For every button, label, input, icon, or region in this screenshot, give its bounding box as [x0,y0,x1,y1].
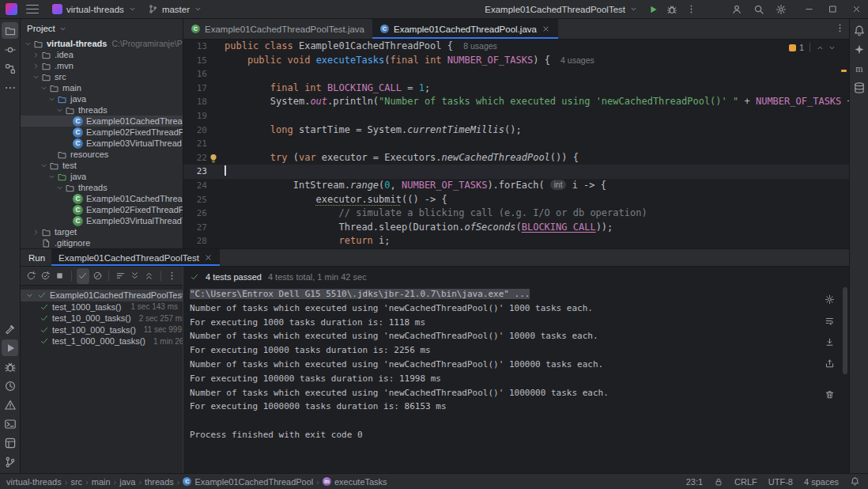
chevron-down-icon[interactable] [40,84,48,93]
terminal-tool-button[interactable] [2,415,18,432]
run-config-selector[interactable]: Example01CachedThreadPoolTest [479,3,643,16]
close-icon[interactable] [542,25,550,33]
intention-bulb-icon[interactable] [207,152,220,165]
services-tool-button[interactable] [2,434,18,451]
stop-button[interactable] [54,268,66,284]
structure-tool-button[interactable] [2,60,18,77]
line-number[interactable]: 23 [183,165,207,179]
chevron-down-icon[interactable] [47,172,56,181]
tree-item[interactable]: .gitignore [21,237,183,248]
settings-button[interactable] [772,1,791,18]
tree-item[interactable]: CExample03VirtualThread [21,138,183,149]
line-number[interactable]: 17 [183,82,207,96]
tree-item[interactable]: java [21,171,183,182]
tree-item[interactable]: java [21,93,183,104]
line-number[interactable]: 19 [183,109,207,123]
rerun-tests-button[interactable] [25,268,37,284]
test-tree-item[interactable]: test_100_000_tasks()11 sec 999 ms [21,324,183,336]
chevron-down-icon[interactable] [40,161,48,170]
more-run-actions-button[interactable] [681,1,700,18]
tree-item[interactable]: CExample03VirtualThreadTest [21,215,183,226]
editor-gutter[interactable]: 25 [183,193,220,207]
tree-item[interactable]: virtual-threadsC:\Programiranje\Primeri-… [21,38,183,49]
code-area[interactable]: 13public class Example01CachedThreadPool… [183,40,849,248]
chevron-down-icon[interactable] [47,95,56,104]
project-widget[interactable]: virtual-threads [47,2,142,16]
chevron-down-icon[interactable] [32,73,40,82]
editor-gutter[interactable]: 26 [183,207,220,221]
inspections-widget[interactable]: 1 [789,43,836,52]
tree-item[interactable]: CExample01CachedThreadPoolTest [21,193,183,204]
commit-tool-button[interactable] [2,41,18,58]
line-number[interactable]: 27 [183,221,207,235]
minimize-button[interactable] [797,0,821,19]
indent-style[interactable]: 4 spaces [804,477,839,487]
project-tool-button[interactable] [2,22,18,39]
console-scrollbar[interactable] [843,287,847,374]
code-with-me-button[interactable] [727,1,746,18]
tree-item[interactable]: main [21,82,183,93]
tree-item[interactable]: .idea [21,49,183,60]
editor-gutter[interactable]: 13 [183,40,220,54]
chevron-down-icon[interactable] [58,25,67,33]
main-menu-button[interactable] [26,5,39,14]
line-number[interactable]: 21 [183,137,207,151]
tree-item[interactable]: CExample02FixedThreadPoolTest [21,204,183,215]
maximize-button[interactable] [821,0,844,19]
chevron-down-icon[interactable] [24,40,32,48]
run-tool-button[interactable] [2,339,18,356]
test-tree-item[interactable]: Example01CachedThreadPoolTest1 min 42 se… [21,290,183,301]
run-button[interactable] [643,1,662,18]
database-tool-button[interactable] [851,79,867,96]
caret-position[interactable]: 23:1 [686,477,703,487]
line-number[interactable]: 15 [183,54,207,68]
debug-button[interactable] [662,1,681,18]
editor-gutter[interactable]: 27 [183,221,220,235]
line-number[interactable]: 18 [183,95,207,109]
tree-item[interactable]: resources [21,149,183,160]
breadcrumb-item[interactable]: virtual-threads [6,477,62,487]
breadcrumb-item[interactable]: CExample01CachedThreadPool [183,477,313,487]
tree-item[interactable]: CExample02FixedThreadPool [21,127,183,138]
problems-tool-button[interactable] [2,396,18,413]
notifications-button[interactable] [851,22,867,39]
collapse-all-button[interactable] [143,268,156,284]
test-tree-item[interactable]: test_1_000_000_tasks()1 min 26 sec [21,335,183,347]
editor-gutter[interactable]: 28 [183,234,220,248]
file-encoding[interactable]: UTF-8 [768,477,793,487]
chevron-right-icon[interactable] [32,51,40,59]
tab-options-button[interactable] [830,19,849,36]
breadcrumb-item[interactable]: java [119,477,135,487]
show-ignored-button[interactable] [91,268,104,284]
profiler-tool-button[interactable] [2,377,18,394]
test-tree-item[interactable]: test_10_000_tasks()2 sec 257 ms [21,313,183,324]
tree-item[interactable]: threads [21,104,183,116]
editor-gutter[interactable]: 22 [183,151,220,165]
rerun-failed-tests-button[interactable] [39,268,51,284]
line-separator[interactable]: CRLF [734,477,757,487]
build-tool-button[interactable] [2,320,18,337]
close-button[interactable] [844,0,868,19]
search-everywhere-button[interactable] [749,1,768,18]
console-output[interactable]: "C:\Users\Entrox Dell G15 5510\.jdks\jbr… [183,284,849,473]
editor-tab[interactable]: CExample01CachedThreadPool.java [372,19,558,39]
line-number[interactable]: 13 [183,40,207,54]
ai-assistant-button[interactable] [851,41,867,58]
chevron-down-icon[interactable] [55,184,64,192]
breadcrumb-item[interactable]: threads [145,477,174,487]
tree-item[interactable]: test [21,160,183,171]
editor-gutter[interactable]: 19 [183,109,220,123]
editor-gutter[interactable]: 21 [183,137,220,151]
line-number[interactable]: 16 [183,67,207,82]
line-number[interactable]: 28 [183,234,207,248]
more-tool-windows-button[interactable] [2,79,18,96]
branch-widget[interactable]: master [142,2,208,16]
breadcrumb-item[interactable]: mexecuteTasks [323,477,387,487]
breadcrumb-item[interactable]: main [92,477,111,487]
tree-item[interactable]: threads [21,182,183,193]
editor-gutter[interactable]: 20 [183,123,220,138]
lock-icon[interactable] [714,477,723,487]
chevron-down-icon[interactable] [55,106,64,115]
chevron-down-icon[interactable] [25,291,34,300]
notifications-bell-icon[interactable] [850,476,860,487]
